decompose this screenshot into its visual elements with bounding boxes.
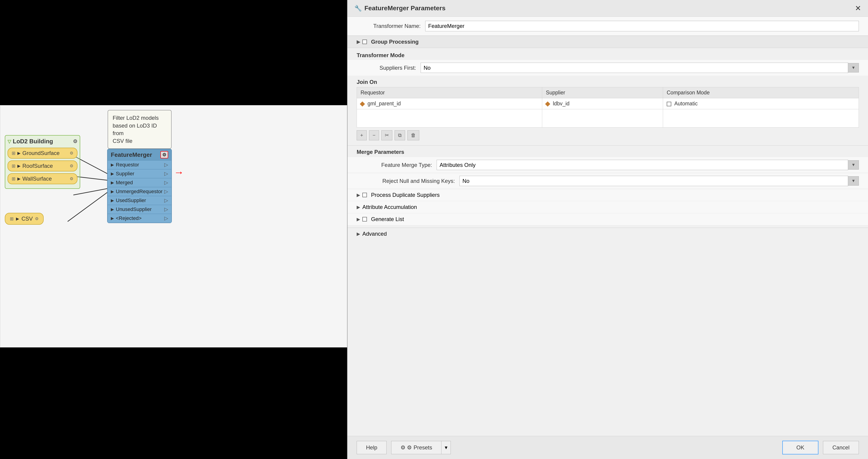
- cancel-button[interactable]: Cancel: [823, 441, 859, 454]
- join-copy-button[interactable]: ⧉: [395, 130, 405, 140]
- process-dup-checkbox[interactable]: [362, 193, 367, 197]
- join-comparison-value: Automatic: [663, 98, 859, 109]
- gen-list-label: Generate List: [371, 216, 404, 222]
- join-delete-button[interactable]: 🗑: [407, 130, 419, 140]
- gen-list-arrow: ▶: [356, 216, 360, 222]
- ground-surface-gear[interactable]: ⚙: [70, 151, 73, 156]
- transformer-mode-section: Transformer Mode Suppliers First: No Yes…: [347, 48, 868, 76]
- ok-button[interactable]: OK: [782, 441, 819, 454]
- csv-label: CSV: [22, 216, 33, 222]
- dialog-title-text: FeatureMerger Parameters: [365, 5, 445, 12]
- join-toolbar: + − ✂ ⧉ 🗑: [347, 127, 868, 143]
- help-button[interactable]: Help: [356, 441, 386, 454]
- fm-merged-label: Merged: [116, 180, 133, 186]
- dialog-title-icon: 🔧: [354, 5, 362, 12]
- join-on-section: Join On Requestor Supplier Comparison Mo…: [347, 76, 868, 145]
- fm-unmerged-out: ▷: [164, 189, 168, 194]
- fm-port-requestor: ▶ Requestor ▷: [107, 160, 172, 169]
- ground-surface-port-arrow: ▶: [18, 151, 21, 156]
- join-table-row[interactable]: gml_parent_id ldbv_id Automatic: [357, 98, 859, 109]
- fm-requestor-arrow: ▶: [111, 162, 114, 167]
- supplier-diamond-icon: [545, 101, 550, 107]
- presets-label: ⚙ Presets: [407, 445, 432, 451]
- suppliers-first-select[interactable]: No Yes: [421, 63, 848, 73]
- fm-unused-arrow: ▶: [111, 207, 114, 212]
- feature-merge-type-select[interactable]: Attributes Only Geometry: [437, 160, 848, 170]
- presets-dropdown-button[interactable]: ▼: [441, 441, 451, 454]
- attribute-accumulation-row[interactable]: ▶ Attribute Accumulation: [347, 201, 868, 213]
- roof-surface-label: RoofSurface: [22, 163, 53, 169]
- feature-merge-type-label: Feature Merge Type:: [356, 162, 437, 168]
- suppliers-first-row: Suppliers First: No Yes ▼: [347, 60, 868, 76]
- presets-button[interactable]: ⚙ ⚙ Presets: [391, 441, 441, 454]
- feature-merger-gear-button[interactable]: ⚙: [160, 151, 168, 158]
- join-empty-cell-3: [663, 109, 859, 127]
- feature-merger-container: FeatureMerger ⚙ ▶ Requestor ▷ ▶ Supplier…: [107, 149, 172, 223]
- gen-list-checkbox[interactable]: [362, 217, 367, 221]
- reject-null-dropdown[interactable]: ▼: [848, 176, 859, 186]
- fm-port-unused: ▶ UnusedSupplier ▷: [107, 205, 172, 214]
- join-requestor-value: gml_parent_id: [357, 98, 542, 109]
- wall-surface-node[interactable]: ⊞ ▶ WallSurface ⚙: [7, 173, 78, 184]
- suppliers-first-dropdown-btn[interactable]: ▼: [848, 63, 859, 72]
- join-remove-button[interactable]: −: [369, 130, 379, 140]
- transformer-name-input[interactable]: [425, 21, 859, 31]
- fm-port-supplier: ▶ Supplier ▷: [107, 169, 172, 178]
- csv-table-icon: ⊞: [10, 216, 14, 221]
- dialog-close-button[interactable]: ✕: [855, 5, 861, 12]
- join-add-button[interactable]: +: [356, 130, 367, 140]
- feature-merge-type-dropdown[interactable]: ▼: [848, 160, 859, 170]
- csv-node[interactable]: ⊞ ▶ CSV ⚙: [5, 213, 44, 225]
- process-duplicate-row[interactable]: ▶ Process Duplicate Suppliers: [347, 189, 868, 201]
- ground-surface-label: GroundSurface: [22, 150, 60, 156]
- generate-list-row[interactable]: ▶ Generate List: [347, 213, 868, 225]
- fm-port-rejected: ▶ <Rejected> ▷: [107, 214, 172, 223]
- fm-used-out: ▷: [164, 197, 168, 204]
- advanced-row[interactable]: ▶ Advanced: [356, 231, 859, 237]
- comparison-checkbox[interactable]: [667, 102, 671, 106]
- wall-surface-port-arrow: ▶: [18, 176, 21, 181]
- fm-unmerged-arrow: ▶: [111, 189, 114, 194]
- group-collapse-icon[interactable]: ▽: [7, 139, 11, 144]
- join-on-label: Join On: [347, 76, 868, 87]
- fm-supplier-out: ▷: [164, 171, 168, 177]
- join-cut-button[interactable]: ✂: [381, 130, 392, 140]
- join-empty-cell-1: [357, 109, 542, 127]
- fm-requestor-out: ▷: [164, 162, 168, 168]
- transformer-mode-label: Transformer Mode: [347, 50, 868, 60]
- feature-merger-dialog: 🔧 FeatureMerger Parameters ✕ Transformer…: [347, 0, 868, 459]
- feature-merger-gear-icon: ⚙: [162, 152, 166, 157]
- join-col-supplier: Supplier: [542, 87, 663, 98]
- tooltip-line2: based on LoD3 ID from: [113, 123, 157, 136]
- group-processing-row[interactable]: ▶ Group Processing: [347, 36, 868, 48]
- fm-supplier-label: Supplier: [116, 171, 134, 177]
- group-gear-icon[interactable]: ⚙: [73, 139, 78, 145]
- svg-line-3: [68, 189, 112, 221]
- join-col-comparison: Comparison Mode: [663, 87, 859, 98]
- ground-surface-node[interactable]: ⊞ ▶ GroundSurface ⚙: [7, 148, 78, 159]
- wall-surface-table-icon: ⊞: [12, 176, 16, 182]
- canvas-white: Filter LoD2 models based on LoD3 ID from…: [0, 105, 347, 347]
- advanced-section[interactable]: ▶ Advanced: [347, 228, 868, 240]
- roof-surface-node[interactable]: ⊞ ▶ RoofSurface ⚙: [7, 160, 78, 172]
- fm-used-label: UsedSupplier: [116, 197, 146, 204]
- presets-button-group: ⚙ ⚙ Presets ▼: [391, 441, 451, 454]
- wall-surface-gear[interactable]: ⚙: [70, 176, 73, 181]
- group-processing-checkbox[interactable]: [362, 39, 367, 44]
- attr-acc-arrow: ▶: [356, 204, 360, 210]
- requestor-diamond-icon: [360, 101, 365, 107]
- csv-gear[interactable]: ⚙: [35, 216, 39, 221]
- feature-merge-type-wrapper: Attributes Only Geometry ▼: [437, 160, 859, 170]
- suppliers-first-select-wrapper: No Yes ▼: [421, 63, 859, 73]
- process-dup-arrow: ▶: [356, 192, 360, 198]
- fm-rejected-arrow: ▶: [111, 216, 114, 221]
- roof-surface-gear[interactable]: ⚙: [70, 163, 73, 169]
- advanced-arrow: ▶: [356, 231, 360, 237]
- suppliers-first-label: Suppliers First:: [356, 65, 421, 71]
- dialog-body: Transformer Name: ▶ Group Processing Tra…: [347, 17, 868, 436]
- group-processing-label: Group Processing: [371, 39, 418, 45]
- fm-supplier-arrow: ▶: [111, 171, 114, 176]
- reject-null-select[interactable]: No Yes: [460, 176, 848, 186]
- fm-port-merged: ▶ Merged ▷: [107, 178, 172, 187]
- merge-parameters-section: Merge Parameters Feature Merge Type: Att…: [347, 145, 868, 228]
